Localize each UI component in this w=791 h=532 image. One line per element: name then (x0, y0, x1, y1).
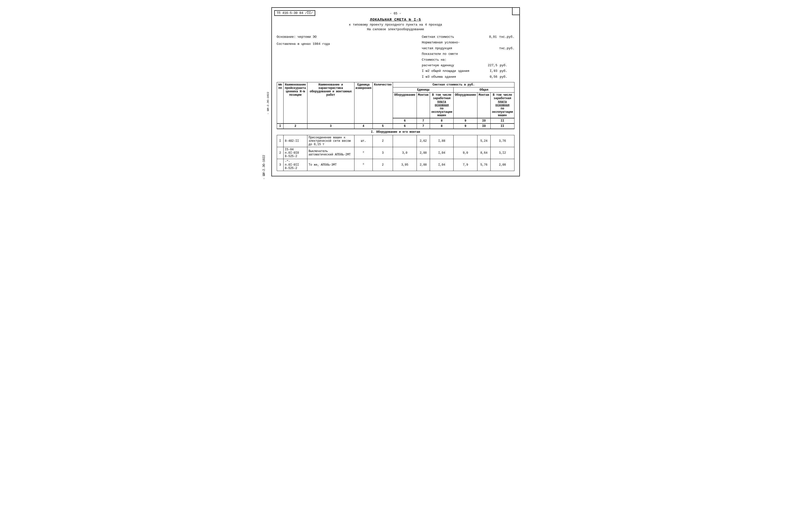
side-label: - ШИ-2.ЭО-1022 (262, 155, 266, 179)
th-name: Наименование и характеристика оборудован… (307, 82, 354, 124)
smetnaya-unit: тнс.руб. (499, 34, 514, 40)
row1-mount-unit: 2,62 (417, 135, 430, 147)
row1-wage-unit: I,88 (430, 135, 454, 147)
col-index-10: IO (477, 124, 490, 129)
th-wage-unit-line3: по эксплуатации машин (431, 107, 452, 117)
basis-text: Основание: чертежи ЭО (277, 34, 330, 40)
row1-unit: шт. (354, 135, 373, 147)
th-eq-total: Оборудование (454, 93, 477, 118)
col-index-7: 7 (417, 124, 430, 129)
col-num-label: 6 (393, 118, 417, 124)
col-num-label6: II (491, 118, 514, 124)
row2-unit: " (354, 147, 373, 159)
th-total-group: Общая (454, 88, 514, 93)
row2-pricelist: I5-04 п.0I-0I0 8-525-2 (284, 147, 307, 159)
row3-name: То же, АП50Ь-3МТ (307, 159, 354, 171)
row3-eq-total: 7,9 (454, 159, 477, 171)
normativnaya-value2 (482, 45, 497, 51)
row2-wage-total: 3,I2 (491, 147, 514, 159)
row1-mount-total: 5,24 (477, 135, 490, 147)
row1-pricelist: 8-482-II (284, 135, 307, 147)
col-index-4: 4 (354, 124, 373, 129)
th-wage-unit: В том числе заработная плата основная по… (430, 93, 454, 118)
row3-wage-total: 2,08 (491, 159, 514, 171)
row2-eq-total: 9,0 (454, 147, 477, 159)
th-pricelist: Наименование прейскуранта ценника Н-№ по… (284, 82, 307, 124)
table-row: 3 -"- п.0I-0II 8-525-2 То же, АП50Ь-3МТ … (277, 159, 514, 171)
row3-unit: " (354, 159, 373, 171)
th-wage-total-line1: В том числе заработная (493, 93, 512, 100)
row1-eq-unit (393, 135, 417, 147)
row1-eq-total (454, 135, 477, 147)
th-qty: Количество (373, 82, 393, 124)
row3-num: 3 (277, 159, 284, 171)
raschet-unit: руб. (500, 63, 514, 68)
row1-wage-total: 3,76 (491, 135, 514, 147)
table-row: I 8-482-II Присоединение машин к электри… (277, 135, 514, 147)
row2-eq-unit: 3,0 (393, 147, 417, 159)
pokazateli-label: Показатели по смете (422, 51, 514, 57)
m2-unit: руб. (500, 68, 514, 74)
col-index-11: II (491, 124, 514, 129)
m2-label: I м2 общей площади здания (422, 68, 481, 74)
row1-num: I (277, 135, 284, 147)
smetnaya-value: 0,91 (482, 34, 497, 40)
col-index-3: 3 (307, 124, 354, 129)
th-smetnaya: Сметная стоимость в руб. (393, 82, 514, 88)
th-wage-unit-line2: плата основная (435, 100, 449, 107)
normativnaya-label2: чистая продукция (422, 45, 480, 51)
document-stamp: ТП 416-5-30 84 /ÎÍ/ (274, 10, 315, 16)
th-num: №№ пп (277, 82, 284, 124)
th-wage-total-line3: по эксплуатации машин (492, 107, 513, 117)
row3-wage-unit: I,04 (430, 159, 454, 171)
col-index-6: 6 (393, 124, 417, 129)
m2-value: I,93 (483, 68, 497, 74)
row3-qty: 2 (373, 159, 393, 171)
normativnaya-value (483, 40, 497, 45)
row1-qty: 2 (373, 135, 393, 147)
col-num-label3: 8 (430, 118, 454, 124)
stoimost-label: Стоимость на: (422, 57, 514, 63)
col-num-label2: 7 (417, 118, 430, 124)
normativnaya-label: Нормативная условно- (422, 40, 481, 45)
document-title: ЛОКАЛЬНАЯ СМЕТА № I-5 (277, 18, 514, 22)
compiled-text: Составлена в ценах 1984 года (277, 41, 330, 47)
th-unit: Единица измерения (354, 82, 373, 124)
raschet-value: 227,5 (483, 63, 497, 68)
row1-name: Присоединение машин к электрической сети… (307, 135, 354, 147)
m3-value: 0,56 (483, 74, 497, 80)
title-subtitle1: к типовому проекту проходного пункта на … (277, 23, 514, 26)
col-index-1: I (277, 124, 284, 129)
row2-mount-unit: 2,88 (417, 147, 430, 159)
th-unit-group: Единицы (393, 88, 454, 93)
corner-mark (512, 8, 520, 15)
th-eq-unit: Оборудование (393, 93, 417, 118)
th-mount-unit: Монтаж (417, 93, 430, 118)
normativnaya-unit2: тнс.руб. (499, 45, 514, 51)
normativnaya-unit (500, 40, 514, 45)
row2-name: Выключатель автоматический АП50Ь-2МТ (307, 147, 354, 159)
title-subtitle2: На силовое электрооборудование (277, 27, 514, 31)
row3-mount-total: 5,76 (477, 159, 490, 171)
th-wage-total-line2: плата основная (495, 100, 509, 107)
raschet-label: расчетную единицу (422, 63, 481, 68)
th-wage-total: В том числе заработная плата основная по… (491, 93, 514, 118)
m3-unit: руб. (500, 74, 514, 80)
smetnaya-label: Сметная стоимость (422, 34, 480, 40)
row3-mount-unit: 2,88 (417, 159, 430, 171)
m3-label: I м3 объема здания (422, 74, 481, 80)
col-index-2: 2 (284, 124, 307, 129)
table-row: 2 I5-04 п.0I-0I0 8-525-2 Выключатель авт… (277, 147, 514, 159)
rotated-side-label: - ШИ-2.ЭО-1022 (266, 92, 269, 114)
main-table: №№ пп Наименование прейскуранта ценника … (277, 82, 514, 171)
section1-title: I. Оборудование и его монтаж (277, 129, 514, 135)
row2-num: 2 (277, 147, 284, 159)
col-index-8: 8 (430, 124, 454, 129)
col-index-9: 9 (454, 124, 477, 129)
row2-qty: 3 (373, 147, 393, 159)
row2-wage-unit: I,04 (430, 147, 454, 159)
th-wage-unit-line1: В том числе заработная (432, 93, 451, 100)
row3-pricelist: -"- п.0I-0II 8-525-2 (284, 159, 307, 171)
th-mount-total: Монтаж (477, 93, 490, 118)
col-index-5: 5 (373, 124, 393, 129)
